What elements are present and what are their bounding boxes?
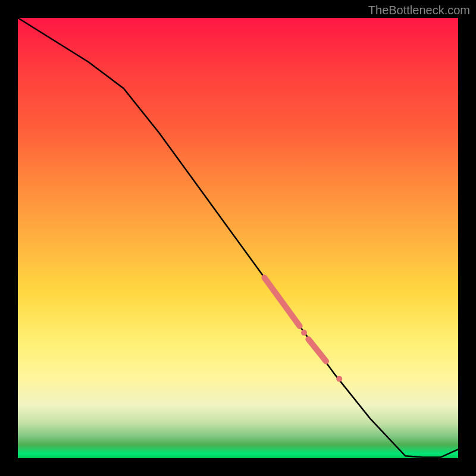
main-curve bbox=[18, 18, 458, 458]
chart-plot bbox=[18, 18, 458, 458]
watermark-text: TheBottleneck.com bbox=[368, 4, 470, 17]
highlight-markers bbox=[264, 278, 342, 382]
highlight-segment bbox=[308, 339, 326, 361]
highlight-point bbox=[301, 330, 307, 336]
highlight-point bbox=[336, 376, 342, 382]
highlight-segment bbox=[264, 278, 299, 326]
